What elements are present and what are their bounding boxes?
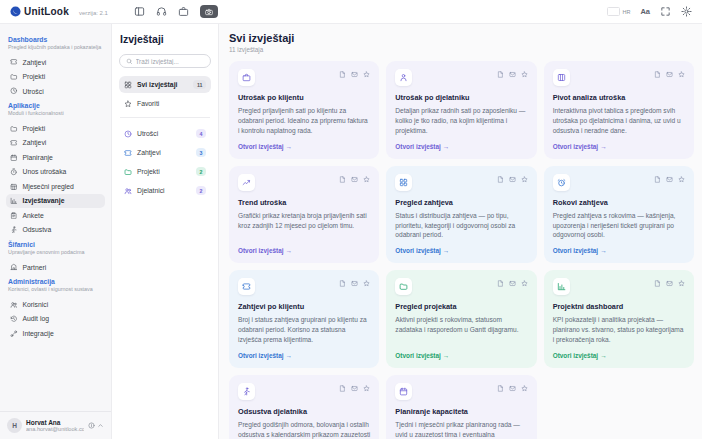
file-icon[interactable] [339, 176, 346, 183]
star-icon[interactable] [363, 280, 370, 287]
sidebar-item-odsustva[interactable]: Odsustva [6, 223, 105, 238]
font-size-toggle[interactable]: Aa [640, 7, 650, 16]
file-icon[interactable] [497, 176, 504, 183]
sidebar-item-zahtjevi[interactable]: Zahtjevi [6, 136, 105, 151]
star-icon[interactable] [678, 71, 685, 78]
file-icon[interactable] [339, 71, 346, 78]
mail-icon[interactable] [666, 280, 673, 287]
ticket-icon [124, 149, 132, 157]
star-icon[interactable] [363, 71, 370, 78]
mail-icon[interactable] [351, 71, 358, 78]
sidebar-item-integracije[interactable]: Integracije [6, 326, 105, 341]
star-icon[interactable] [363, 176, 370, 183]
star-icon[interactable] [678, 176, 685, 183]
report-search[interactable] [119, 54, 211, 68]
report-card-description: Pregled godišnjih odmora, bolovanja i os… [238, 420, 370, 439]
report-card-utrosak-po-klijentu[interactable]: Utrošak po klijentuPregled prijavljenih … [229, 61, 379, 159]
sidebar-item-izvjestavanje[interactable]: Izvještavanje [6, 194, 105, 209]
mail-icon[interactable] [509, 385, 516, 392]
report-card-pregled-zahtjeva[interactable]: Pregled zahtjevaStatus i distribucija za… [386, 166, 536, 264]
info-icon[interactable] [88, 422, 95, 429]
star-icon[interactable] [521, 385, 528, 392]
mail-icon[interactable] [509, 280, 516, 287]
sidebar-item-projekti[interactable]: Projekti [6, 69, 105, 84]
alarm-icon [553, 174, 570, 191]
report-card-odsustva-djelatnika[interactable]: Odsustva djelatnikaPregled godišnjih odm… [229, 375, 379, 439]
report-card-utrosak-po-djelatniku[interactable]: Utrošak po djelatnikuDetaljan prikaz rad… [386, 61, 536, 159]
file-icon[interactable] [339, 280, 346, 287]
report-filter-svi-izvjestaji[interactable]: Svi izvještaji11 [119, 76, 211, 93]
folder-icon [10, 73, 18, 81]
mail-icon[interactable] [666, 176, 673, 183]
open-report-link[interactable]: Otvori izvještaj→ [395, 240, 527, 254]
sidebar-item-planiranje[interactable]: Planiranje [6, 150, 105, 165]
report-filter-zahtjevi[interactable]: Zahtjevi3 [119, 144, 211, 161]
sidebar-item-label: Audit log [23, 315, 49, 322]
file-icon[interactable] [339, 385, 346, 392]
report-card-pivot-analiza-utroska[interactable]: Pivot analiza utroškaInteraktivna pivot … [544, 61, 694, 159]
sidebar-item-unos-utrosaka[interactable]: Unos utrošaka [6, 165, 105, 180]
open-report-link[interactable]: Otvori izvještaj→ [238, 345, 370, 359]
open-report-link[interactable]: Otvori izvještaj→ [395, 136, 527, 150]
assistant-button[interactable] [200, 5, 218, 18]
open-report-link[interactable]: Otvori izvještaj→ [238, 240, 370, 254]
ticket-icon [238, 278, 255, 295]
report-card-pregled-projekata[interactable]: Pregled projekataAktivni projekti s roko… [386, 270, 536, 368]
sidebar-item-zahtjevi[interactable]: Zahtjevi [6, 55, 105, 70]
report-filter-djelatnici[interactable]: Djelatnici2 [119, 182, 211, 199]
star-icon[interactable] [521, 71, 528, 78]
open-report-link[interactable]: Otvori izvještaj→ [395, 345, 527, 359]
open-report-link[interactable]: Otvori izvještaj→ [553, 136, 685, 150]
fullscreen-icon[interactable] [660, 6, 671, 17]
chevron-up-icon[interactable] [97, 422, 104, 429]
file-icon[interactable] [654, 280, 661, 287]
report-card-zahtjevi-po-klijentu[interactable]: Zahtjevi po klijentuBroj i status zahtje… [229, 270, 379, 368]
file-icon[interactable] [654, 176, 661, 183]
star-icon [124, 100, 132, 108]
star-icon[interactable] [521, 176, 528, 183]
mail-icon[interactable] [509, 176, 516, 183]
sidebar-item-audit-log[interactable]: Audit log [6, 312, 105, 327]
file-icon[interactable] [497, 71, 504, 78]
file-icon[interactable] [497, 280, 504, 287]
mail-icon[interactable] [351, 385, 358, 392]
card-actions [339, 176, 370, 183]
sidebar-item-projekti[interactable]: Projekti [6, 121, 105, 136]
sidebar-section-subtitle: Upravljanje osnovnim podacima [8, 249, 103, 256]
headphones-icon[interactable] [156, 6, 167, 17]
mail-icon[interactable] [351, 280, 358, 287]
report-filter-projekti[interactable]: Projekti2 [119, 163, 211, 180]
report-card-description: Grafički prikaz kretanja broja prijavlje… [238, 211, 370, 231]
sidebar-item-mjesecni-pregled[interactable]: Mjesečni pregled [6, 179, 105, 194]
file-icon[interactable] [497, 385, 504, 392]
star-icon[interactable] [363, 385, 370, 392]
open-report-link[interactable]: Otvori izvještaj→ [238, 136, 370, 150]
user-menu[interactable]: H Horvat Ana ana.horvat@unitlook.com [0, 411, 111, 439]
sidebar-item-ankete[interactable]: Ankete [6, 208, 105, 223]
mail-icon[interactable] [666, 71, 673, 78]
report-card-trend-utroska[interactable]: Trend utroškaGrafički prikaz kretanja br… [229, 166, 379, 264]
report-filter-favoriti[interactable]: Favoriti [119, 95, 211, 112]
report-filter-label: Svi izvještaji [137, 81, 188, 88]
panel-toggle-icon[interactable] [134, 6, 145, 17]
briefcase-icon[interactable] [178, 6, 189, 17]
star-icon[interactable] [521, 280, 528, 287]
mail-icon[interactable] [509, 71, 516, 78]
open-report-link[interactable]: Otvori izvještaj→ [553, 345, 685, 359]
report-card-planiranje-kapaciteta[interactable]: Planiranje kapacitetaTjedni i mjesečni p… [386, 375, 536, 439]
search-input[interactable] [136, 58, 205, 65]
sidebar-item-partneri[interactable]: Partneri [6, 260, 105, 275]
sidebar-item-korisnici[interactable]: Korisnici [6, 297, 105, 312]
grid-icon [124, 81, 132, 89]
report-card-projektni-dashboard[interactable]: Projektni dashboardKPI pokazatelji i ana… [544, 270, 694, 368]
sidebar-item-utrosci[interactable]: Utrošci [6, 84, 105, 99]
mail-icon[interactable] [351, 176, 358, 183]
file-icon[interactable] [654, 71, 661, 78]
star-icon[interactable] [678, 280, 685, 287]
open-report-link[interactable]: Otvori izvještaj→ [553, 240, 685, 254]
gear-icon[interactable] [681, 6, 692, 17]
language-switcher[interactable]: HR [607, 7, 630, 16]
report-filter-utrosci[interactable]: Utrošci4 [119, 125, 211, 142]
open-report-label: Otvori izvještaj [395, 352, 440, 359]
report-card-rokovi-zahtjeva[interactable]: Rokovi zahtjevaPregled zahtjeva s rokovi… [544, 166, 694, 264]
